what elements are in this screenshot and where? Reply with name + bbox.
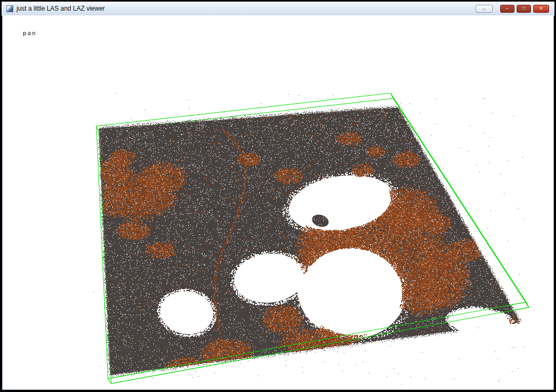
app-icon — [6, 5, 13, 12]
minimize-button[interactable]: – — [500, 5, 514, 13]
viewer-client-area: pan — [2, 15, 554, 390]
maximize-button[interactable]: □ — [517, 5, 531, 13]
point-cloud-canvas[interactable] — [3, 15, 554, 390]
window-title: just a little LAS and LAZ viewer — [16, 5, 105, 12]
mode-label: pan — [23, 30, 37, 37]
window-frame: just a little LAS and LAZ viewer ⇔ – □ ✕… — [0, 0, 556, 392]
resize-button[interactable]: ⇔ — [476, 5, 493, 13]
title-bar[interactable]: just a little LAS and LAZ viewer ⇔ – □ ✕ — [2, 2, 554, 16]
window-controls: ⇔ – □ ✕ — [476, 5, 549, 13]
close-button[interactable]: ✕ — [533, 5, 549, 13]
